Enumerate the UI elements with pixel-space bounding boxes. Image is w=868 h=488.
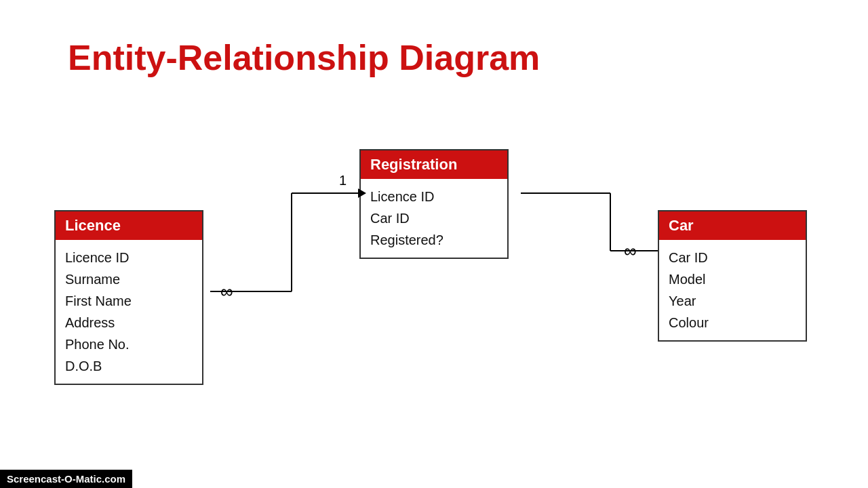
- licence-entity-header: Licence: [56, 211, 202, 240]
- car-entity-header: Car: [659, 211, 806, 240]
- car-field-1: Car ID: [669, 247, 796, 268]
- page-title: Entity-Relationship Diagram: [68, 37, 540, 78]
- registration-field-2: Car ID: [370, 207, 498, 229]
- licence-entity-body: Licence ID Surname First Name Address Ph…: [56, 240, 202, 384]
- car-entity-body: Car ID Model Year Colour: [659, 240, 806, 340]
- registration-field-1: Licence ID: [370, 186, 498, 207]
- registration-field-3: Registered?: [370, 229, 498, 251]
- registration-entity-body: Licence ID Car ID Registered?: [361, 179, 507, 258]
- licence-field-2: Surname: [65, 268, 193, 290]
- licence-field-3: First Name: [65, 290, 193, 312]
- car-field-2: Model: [669, 268, 796, 290]
- cardinality-infinity-car: ∞: [624, 241, 637, 262]
- licence-field-1: Licence ID: [65, 247, 193, 268]
- cardinality-one-registration: 1: [339, 173, 347, 188]
- licence-field-6: D.O.B: [65, 355, 193, 377]
- registration-entity-header: Registration: [361, 150, 507, 179]
- car-field-3: Year: [669, 290, 796, 312]
- registration-entity: Registration Licence ID Car ID Registere…: [359, 149, 509, 259]
- licence-entity: Licence Licence ID Surname First Name Ad…: [54, 210, 203, 385]
- licence-field-4: Address: [65, 312, 193, 333]
- car-entity: Car Car ID Model Year Colour: [658, 210, 807, 342]
- cardinality-infinity-licence: ∞: [220, 281, 233, 302]
- watermark: Screencast-O-Matic.com: [0, 470, 132, 488]
- licence-field-5: Phone No.: [65, 333, 193, 355]
- car-field-4: Colour: [669, 312, 796, 333]
